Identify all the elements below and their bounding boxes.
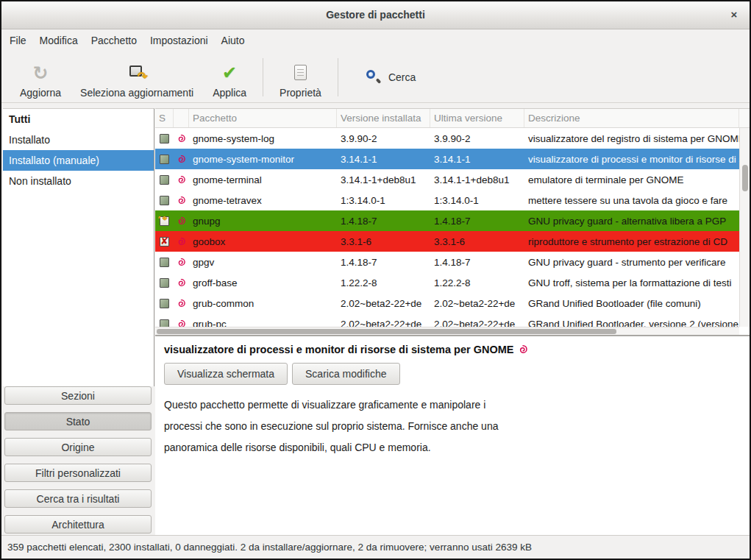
custom-filters-button[interactable]: Filtri personalizzati <box>4 464 152 482</box>
col-description[interactable]: Descrizione <box>524 109 739 127</box>
main-area: Tutti Installato Installato (manuale) No… <box>1 104 750 535</box>
package-name: gnupg <box>189 216 337 227</box>
debian-swirl-icon <box>177 278 186 288</box>
package-name: gnome-system-log <box>189 133 337 144</box>
debian-swirl-icon <box>177 155 186 164</box>
filter-item-tutti[interactable]: Tutti <box>3 109 154 130</box>
table-row-marked-reinstall[interactable]: ↷ gnupg 1.4.18-7 1.4.18-7 GNU privacy gu… <box>155 210 739 231</box>
search-button[interactable]: Cerca <box>358 65 423 90</box>
latest-version: 2.02~beta2-22+de <box>430 298 524 309</box>
table-row-marked-removal[interactable]: ✘ goobox 3.3.1-6 3.3.1-6 riproduttore e … <box>155 231 739 252</box>
package-name: groff-base <box>189 277 337 288</box>
vertical-scrollbar-thumb[interactable] <box>742 165 748 191</box>
table-row[interactable]: gnome-system-log 3.9.90-2 3.9.90-2 visua… <box>155 128 739 149</box>
table-row[interactable]: grub-common 2.02~beta2-22+de 2.02~beta2-… <box>155 293 739 313</box>
horizontal-scrollbar-thumb[interactable] <box>157 329 616 334</box>
installed-version: 3.14.1-1+deb8u1 <box>337 174 430 185</box>
latest-version: 3.14.1-1 <box>430 154 524 165</box>
installed-version: 1.4.18-7 <box>337 216 430 227</box>
close-icon[interactable]: × <box>726 1 742 29</box>
status-removal-icon: ✘ <box>160 237 169 247</box>
status-installed-icon <box>160 134 169 143</box>
debian-swirl-icon <box>177 258 186 267</box>
status-installed-icon <box>160 299 169 308</box>
col-package[interactable]: Pacchetto <box>189 109 337 127</box>
latest-version: 1.22.2-8 <box>430 277 524 288</box>
installed-version: 2.02~beta2-22+de <box>337 298 430 309</box>
package-name: gnome-system-monitor <box>189 154 337 165</box>
package-description: emulatore di terminale per GNOME <box>524 174 739 185</box>
table-header: S Pacchetto Versione installata Ultima v… <box>155 109 750 128</box>
sidebar-view-buttons: Sezioni Stato Origine Filtri personalizz… <box>4 386 152 534</box>
sections-button[interactable]: Sezioni <box>4 386 152 405</box>
menu-impostazioni[interactable]: Impostazioni <box>143 30 215 52</box>
package-details-pane: visualizzatore di processi e monitor di … <box>155 335 750 535</box>
menubar: File Modifica Pacchetto Impostazioni Aiu… <box>1 29 750 52</box>
titlebar[interactable]: Gestore di pacchetti × <box>1 1 750 29</box>
package-summary-title: visualizzatore di processi e monitor di … <box>164 344 739 355</box>
package-name: gpgv <box>189 257 337 268</box>
status-button[interactable]: Stato <box>4 412 152 430</box>
architecture-button[interactable]: Architettura <box>4 515 152 534</box>
mark-all-upgrades-button[interactable]: ↷ Seleziona aggiornamenti <box>71 56 203 99</box>
filter-item-installato[interactable]: Installato <box>3 130 154 150</box>
package-name: grub-common <box>189 298 337 309</box>
search-magnifier-icon <box>366 69 382 85</box>
get-screenshot-button[interactable]: Visualizza schermata <box>164 363 288 385</box>
search-results-button[interactable]: Cerca tra i risultati <box>4 489 152 508</box>
package-description: GNU privacy guard - alternativa libera a… <box>524 216 739 227</box>
package-description: visualizzatore di processi e monitor di … <box>524 154 739 165</box>
reload-button[interactable]: ↻ Aggiorna <box>10 56 71 99</box>
installed-version: 1:3.14.0-1 <box>337 195 430 206</box>
debian-swirl-icon <box>177 237 186 247</box>
filter-item-installato-manuale[interactable]: Installato (manuale) <box>3 150 154 171</box>
apply-checkmark-icon: ✔ <box>222 63 237 83</box>
package-description: visualizzatore del registro di sistema p… <box>524 133 739 144</box>
col-origin[interactable] <box>174 109 189 127</box>
menu-modifica[interactable]: Modifica <box>33 30 85 52</box>
origin-button[interactable]: Origine <box>4 438 152 456</box>
col-installed-version[interactable]: Versione installata <box>337 109 430 127</box>
apply-button[interactable]: ✔ Applica <box>203 56 256 99</box>
installed-version: 3.3.1-6 <box>337 236 430 247</box>
latest-version: 3.3.1-6 <box>430 236 524 247</box>
debian-swirl-icon <box>518 344 528 355</box>
table-row[interactable]: gpgv 1.4.18-7 1.4.18-7 GNU privacy guard… <box>155 252 739 272</box>
vertical-scrollbar[interactable] <box>739 128 750 327</box>
get-changelog-button[interactable]: Scarica modifiche <box>292 363 400 385</box>
menu-pacchetto[interactable]: Pacchetto <box>85 30 143 52</box>
table-row-selected[interactable]: gnome-system-monitor 3.14.1-1 3.14.1-1 v… <box>155 149 739 169</box>
package-description: mettere tessere su una tavola da gioco e… <box>524 195 739 206</box>
package-table: S Pacchetto Versione installata Ultima v… <box>155 108 750 335</box>
col-latest-version[interactable]: Ultima versione <box>430 109 524 127</box>
menu-aiuto[interactable]: Aiuto <box>215 30 252 52</box>
debian-swirl-icon <box>177 175 186 185</box>
table-row[interactable]: gnome-tetravex 1:3.14.0-1 1:3.14.0-1 met… <box>155 190 739 210</box>
table-row[interactable]: gnome-terminal 3.14.1-1+deb8u1 3.14.1-1+… <box>155 169 739 190</box>
toolbar: ↻ Aggiorna ↷ Seleziona aggiornamenti ✔ A… <box>1 52 750 103</box>
toolbar-separator <box>338 58 338 96</box>
sidebar: Tutti Installato Installato (manuale) No… <box>1 104 154 535</box>
properties-button[interactable]: Proprietà <box>270 56 331 99</box>
status-filter-list: Tutti Installato Installato (manuale) No… <box>3 108 154 386</box>
menu-file[interactable]: File <box>3 30 33 52</box>
debian-swirl-icon <box>177 196 186 205</box>
statusbar: 359 pacchetti elencati, 2300 installati,… <box>1 535 750 559</box>
package-description: GNU privacy guard - strumento per verifi… <box>524 257 739 268</box>
properties-document-icon <box>294 65 307 80</box>
installed-version: 1.22.2-8 <box>337 277 430 288</box>
package-name: goobox <box>189 236 337 247</box>
status-installed-icon <box>160 175 169 185</box>
package-manager-window: Gestore di pacchetti × File Modifica Pac… <box>0 0 751 560</box>
debian-swirl-icon <box>177 299 186 308</box>
installed-version: 1.4.18-7 <box>337 257 430 268</box>
latest-version: 3.9.90-2 <box>430 133 524 144</box>
col-status[interactable]: S <box>155 109 174 127</box>
select-upgrades-icon: ↷ <box>128 64 146 82</box>
package-description: GRand Unified Bootloader (file comuni) <box>524 298 739 309</box>
table-row[interactable]: groff-base 1.22.2-8 1.22.2-8 GNU troff, … <box>155 272 739 293</box>
horizontal-scrollbar[interactable] <box>155 327 739 335</box>
filter-item-non-installato[interactable]: Non installato <box>3 171 154 191</box>
content-area: S Pacchetto Versione installata Ultima v… <box>155 104 750 535</box>
status-reinstall-icon: ↷ <box>160 216 169 226</box>
